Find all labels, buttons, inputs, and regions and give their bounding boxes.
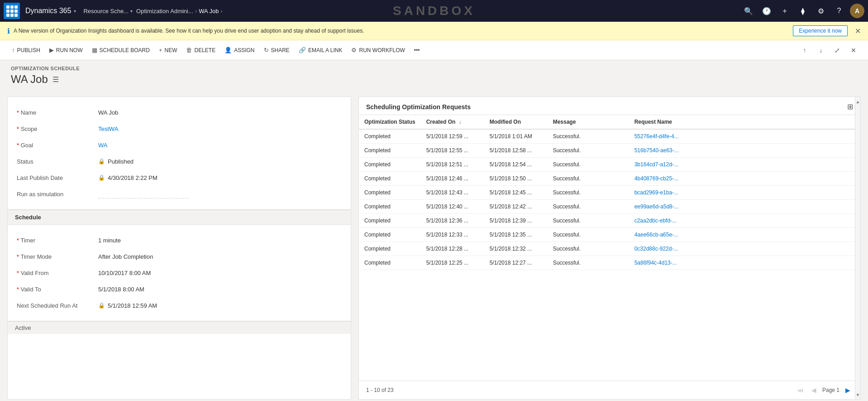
delete-button[interactable]: 🗑 DELETE	[181, 40, 220, 60]
col-header-status[interactable]: Optimization Status	[359, 115, 421, 129]
run-workflow-label: RUN WORKFLOW	[359, 47, 405, 53]
cell-request-2[interactable]: 3b164cd7-a12d-...	[629, 158, 860, 172]
timer-label: Timer	[17, 237, 98, 244]
search-button[interactable]: 🔍	[741, 4, 756, 18]
page-indicator: Page 1	[822, 387, 839, 393]
cell-request-3[interactable]: 4b408769-cb25-...	[629, 172, 860, 186]
email-link-button[interactable]: 🔗 EMAIL A LINK	[294, 40, 347, 60]
cell-request-1[interactable]: 516b7540-ae63-...	[629, 144, 860, 158]
scope-value[interactable]: TestWA	[98, 126, 118, 132]
lock-icon-3: 🔒	[98, 302, 105, 309]
cell-created-7: 5/1/2018 12:33 ...	[421, 228, 484, 242]
cell-request-5[interactable]: ee99ae6d-a5d8-...	[629, 200, 860, 214]
filter-button[interactable]: ⧫	[796, 4, 810, 18]
history-button[interactable]: 🕐	[759, 4, 774, 18]
move-up-button[interactable]: ↑	[797, 43, 812, 58]
last-publish-label: Last Publish Date	[17, 174, 98, 181]
breadcrumb-item-2[interactable]: WA Job	[199, 8, 219, 14]
scope-label: Scope	[17, 126, 98, 132]
cell-created-3: 5/1/2018 12:46 ...	[421, 172, 484, 186]
breadcrumb-item-1[interactable]: Optimization Admini...	[136, 8, 193, 14]
cell-message-2: Successful.	[548, 158, 629, 172]
form-basic-section: Name WA Job Scope TestWA Goal WA Status …	[8, 97, 351, 210]
vertical-scrollbar[interactable]: ▲ ▼	[855, 97, 860, 399]
settings-button[interactable]: ⚙	[814, 4, 828, 18]
share-button[interactable]: ↻ SHARE	[259, 40, 294, 60]
last-publish-text: 4/30/2018 2:22 PM	[108, 174, 157, 181]
toolbar-right: ↑ ↓ ⤢ ✕	[797, 43, 861, 58]
run-sim-label: Run as simulation	[17, 191, 98, 198]
cell-request-4[interactable]: bcad2969-e1ba-...	[629, 186, 860, 200]
help-button[interactable]: ?	[832, 4, 846, 18]
new-button[interactable]: + NEW	[154, 40, 182, 60]
table-row: Completed 5/1/2018 12:40 ... 5/1/2018 12…	[359, 200, 860, 214]
table-row: Completed 5/1/2018 12:59 ... 5/1/2018 1:…	[359, 129, 860, 144]
page-title-row: WA Job ☰	[11, 73, 857, 86]
title-menu-icon[interactable]: ☰	[52, 75, 59, 84]
table-row: Completed 5/1/2018 12:51 ... 5/1/2018 12…	[359, 158, 860, 172]
banner-close-button[interactable]: ✕	[855, 27, 861, 35]
cell-created-9: 5/1/2018 12:25 ...	[421, 256, 484, 270]
expand-button[interactable]: ⤢	[830, 43, 844, 58]
table-row: Completed 5/1/2018 12:55 ... 5/1/2018 12…	[359, 144, 860, 158]
col-header-created[interactable]: Created On ↓	[421, 115, 484, 129]
next-page-button[interactable]: ▶	[842, 385, 853, 396]
sort-arrow-created: ↓	[459, 119, 462, 125]
table-scroll-area[interactable]: Optimization Status Created On ↓ Modifie…	[359, 115, 860, 381]
publish-label: PUBLISH	[17, 47, 40, 53]
name-value: WA Job	[98, 109, 118, 116]
grid-view-icon[interactable]: ⊞	[847, 102, 853, 111]
status-value: 🔒 Published	[98, 158, 134, 165]
run-sim-value[interactable]	[98, 189, 189, 198]
cell-request-6[interactable]: c2aa2dbc-ebfd-...	[629, 214, 860, 228]
breadcrumb-chevron: ›	[220, 8, 222, 14]
user-avatar[interactable]: A	[850, 4, 864, 18]
waffle-menu-button[interactable]	[4, 3, 20, 19]
next-run-value: 🔒 5/1/2018 12:59 AM	[98, 302, 157, 309]
cell-modified-9: 5/1/2018 12:27 ...	[484, 256, 548, 270]
first-page-button[interactable]: ⏮	[795, 385, 806, 396]
scroll-down-arrow[interactable]: ▼	[855, 390, 861, 399]
breadcrumb: Optimization Admini... › WA Job ›	[136, 8, 223, 14]
cell-request-8[interactable]: 0c32d88c-922d-...	[629, 242, 860, 256]
dynamics-brand[interactable]: Dynamics 365 ▾	[22, 7, 80, 15]
run-workflow-button[interactable]: ⚙ RUN WORKFLOW	[347, 40, 409, 60]
schedule-board-button[interactable]: ▦ SCHEDULE BOARD	[87, 40, 154, 60]
run-now-button[interactable]: ▶ RUN NOW	[45, 40, 87, 60]
valid-to-row: Valid To 5/1/2018 8:00 AM	[17, 281, 342, 297]
cell-modified-3: 5/1/2018 12:50 ...	[484, 172, 548, 186]
assign-button[interactable]: 👤 ASSIGN	[220, 40, 259, 60]
cell-message-8: Successful.	[548, 242, 629, 256]
cell-request-9[interactable]: 5a86f94c-4d13-...	[629, 256, 860, 270]
scroll-up-arrow[interactable]: ▲	[855, 97, 861, 106]
right-panel-header: Scheduling Optimization Requests ⊞	[359, 97, 860, 115]
table-row: Completed 5/1/2018 12:46 ... 5/1/2018 12…	[359, 172, 860, 186]
table-row: Completed 5/1/2018 12:25 ... 5/1/2018 12…	[359, 256, 860, 270]
top-navigation: Dynamics 365 ▾ Resource Sche... ▾ Optimi…	[0, 0, 868, 22]
cell-request-7[interactable]: 4aee66cb-a65e-...	[629, 228, 860, 242]
email-icon: 🔗	[299, 47, 306, 53]
right-panel: Scheduling Optimization Requests ⊞ Optim…	[358, 97, 861, 400]
table-row: Completed 5/1/2018 12:28 ... 5/1/2018 12…	[359, 242, 860, 256]
col-header-message[interactable]: Message	[548, 115, 629, 129]
publish-button[interactable]: ↑ PUBLISH	[7, 40, 45, 60]
experience-now-button[interactable]: Experience it now	[793, 25, 848, 36]
brand-chevron: ▾	[74, 9, 76, 14]
goal-value[interactable]: WA	[98, 142, 107, 149]
close-form-button[interactable]: ✕	[846, 43, 861, 58]
notification-banner: ℹ A New version of Organization Insights…	[0, 22, 868, 40]
table-body: Completed 5/1/2018 12:59 ... 5/1/2018 1:…	[359, 129, 860, 270]
move-down-button[interactable]: ↓	[814, 43, 828, 58]
prev-page-button[interactable]: ◀	[809, 385, 820, 396]
cell-request-0[interactable]: 55276e4f-d4fe-4...	[629, 129, 860, 144]
resource-section[interactable]: Resource Sche... ▾	[81, 8, 134, 14]
toolbar: ↑ PUBLISH ▶ RUN NOW ▦ SCHEDULE BOARD + N…	[0, 40, 868, 60]
more-button[interactable]: •••	[410, 40, 424, 60]
add-button[interactable]: ＋	[777, 4, 792, 18]
cell-created-1: 5/1/2018 12:55 ...	[421, 144, 484, 158]
col-header-modified[interactable]: Modified On	[484, 115, 548, 129]
last-publish-value: 🔒 4/30/2018 2:22 PM	[98, 174, 157, 181]
col-header-request[interactable]: Request Name	[629, 115, 860, 129]
scope-row: Scope TestWA	[17, 121, 342, 137]
nav-right-actions: 🔍 🕐 ＋ ⧫ ⚙ ? A	[741, 4, 864, 18]
